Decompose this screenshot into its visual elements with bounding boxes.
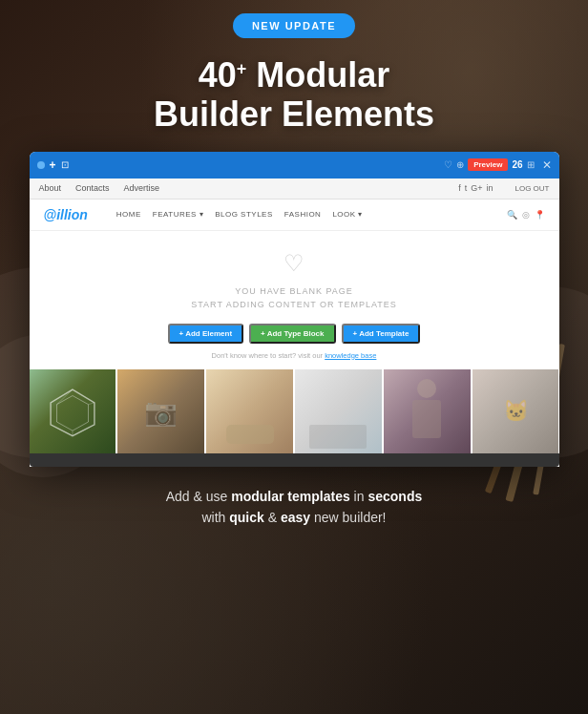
add-type-block-button[interactable]: + Add Type Block: [249, 324, 335, 344]
camera-icon: 📷: [144, 395, 178, 427]
hero-title: 40+ Modular Builder Elements: [154, 55, 434, 135]
browser-secondary-nav: About Contacts Advertise f t G+ in LOG O…: [30, 178, 559, 200]
blank-title-line2: START ADDING CONTENT OR TEMPLATES: [191, 298, 397, 311]
blank-title-line1: YOU HAVE BLANK PAGE: [191, 284, 397, 298]
social-linkedin[interactable]: in: [486, 183, 493, 193]
nav-look[interactable]: LOOK ▾: [332, 210, 362, 219]
nav-about[interactable]: About: [39, 183, 62, 193]
new-update-badge: NEW UPDATE: [233, 13, 355, 38]
gallery-strip: 📷 🐱: [30, 369, 559, 453]
browser-count: 26: [512, 159, 522, 170]
nav-contacts[interactable]: Contacts: [75, 183, 110, 193]
bottom-description: Add & use modular templates in seconds w…: [128, 486, 460, 529]
browser-icon-grid: ⊞: [527, 159, 535, 170]
browser-icons-right: ♡ ⊕ Preview 26 ⊞ ✕: [444, 158, 551, 172]
header-search-icon[interactable]: 🔍: [507, 210, 517, 220]
svg-marker-4: [56, 395, 88, 430]
line2-mid: &: [264, 510, 281, 525]
browser-top-bar: + ⊡ ♡ ⊕ Preview 26 ⊞ ✕: [30, 152, 559, 178]
line1-bold1: modular templates: [231, 489, 349, 504]
geometric-shape: [46, 385, 98, 437]
site-navigation: HOME FEATURES ▾ BLOG STYLES FASHION LOOK…: [116, 210, 363, 219]
social-google[interactable]: G+: [471, 183, 482, 193]
preview-button[interactable]: Preview: [468, 158, 508, 171]
gallery-item-2: 📷: [117, 369, 206, 453]
content-wrapper: NEW UPDATE 40+ Modular Builder Elements …: [0, 0, 588, 714]
line1-pre: Add & use: [166, 489, 232, 504]
bottom-line2: with quick & easy new builder!: [166, 507, 422, 528]
help-link-area: Don't know where to start? visit our kno…: [212, 351, 377, 360]
help-text: Don't know where to start? visit our: [212, 351, 323, 360]
nav-logout[interactable]: LOG OUT: [514, 184, 549, 193]
browser-sq-icon: ⊡: [61, 159, 69, 170]
gallery-item-5: [384, 369, 472, 453]
site-header-icons: 🔍 ◎ 📍: [507, 210, 545, 220]
hero-rest: Modular: [246, 55, 389, 94]
nav-advertise[interactable]: Advertise: [124, 183, 160, 193]
social-twitter[interactable]: t: [465, 183, 468, 193]
gallery-item-4: [295, 369, 384, 453]
browser-icon-share: ⊕: [456, 159, 464, 170]
blank-heart-icon: ♡: [284, 250, 304, 277]
browser-mockup: + ⊡ ♡ ⊕ Preview 26 ⊞ ✕ About Contacts Ad…: [30, 152, 559, 467]
browser-dot-1: [37, 161, 45, 169]
header-cart-icon[interactable]: ◎: [522, 210, 530, 220]
line1-bold2: seconds: [368, 489, 422, 504]
site-header: @illion HOME FEATURES ▾ BLOG STYLES FASH…: [30, 200, 559, 231]
blank-page-title: YOU HAVE BLANK PAGE START ADDING CONTENT…: [191, 284, 397, 312]
nav-fashion[interactable]: FASHION: [284, 210, 322, 219]
add-element-button[interactable]: + Add Element: [168, 324, 244, 344]
gallery-item-1: [30, 369, 118, 453]
nav-social-icons: f t G+ in: [458, 183, 493, 193]
nav-home[interactable]: HOME: [116, 210, 141, 219]
line2-post: new builder!: [310, 510, 386, 525]
social-facebook[interactable]: f: [458, 183, 461, 193]
browser-bottom-bar: [30, 453, 559, 467]
nav-features[interactable]: FEATURES ▾: [153, 210, 203, 219]
svg-line-6: [88, 402, 94, 404]
site-logo-text: illion: [56, 207, 88, 222]
knowledge-base-link[interactable]: knowledge base: [325, 351, 376, 360]
header-loc-icon[interactable]: 📍: [535, 210, 545, 220]
browser-close-icon[interactable]: ✕: [542, 158, 552, 172]
gallery-item-3: [206, 369, 295, 453]
line2-pre: with: [201, 510, 229, 525]
add-template-button[interactable]: + Add Template: [342, 324, 421, 344]
action-buttons: + Add Element + Add Type Block + Add Tem…: [168, 324, 421, 344]
site-logo: @illion: [44, 207, 88, 222]
bottom-line1: Add & use modular templates in seconds: [166, 486, 422, 507]
hero-line2: Builder Elements: [154, 94, 434, 134]
nav-blog[interactable]: BLOG STYLES: [215, 210, 273, 219]
hero-sup: +: [237, 59, 247, 78]
line1-mid: in: [350, 489, 368, 504]
browser-icon-heart: ♡: [444, 159, 452, 170]
line2-bold1: quick: [229, 510, 264, 525]
hero-number: 40: [199, 55, 237, 94]
gallery-item-6: 🐱: [472, 369, 559, 453]
browser-plus-icon: +: [50, 158, 56, 172]
blank-page-area: ♡ YOU HAVE BLANK PAGE START ADDING CONTE…: [30, 231, 559, 369]
line2-bold2: easy: [281, 510, 310, 525]
